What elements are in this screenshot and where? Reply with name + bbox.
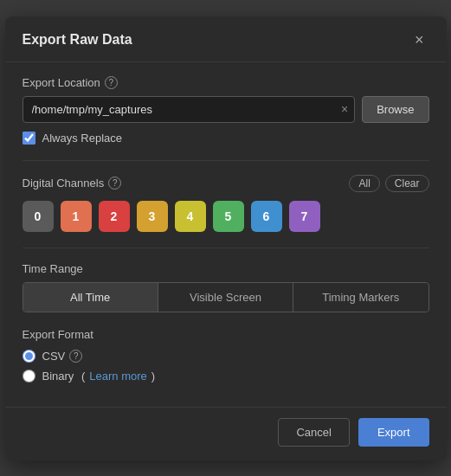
browse-button[interactable]: Browse (362, 96, 428, 123)
channel-btn-5[interactable]: 5 (213, 201, 244, 232)
time-tab-visible[interactable]: Visible Screen (158, 283, 293, 312)
dialog-footer: Cancel Export (5, 407, 447, 460)
learn-more-link[interactable]: Learn more (89, 370, 146, 383)
csv-radio[interactable] (23, 350, 35, 363)
divider-1 (23, 160, 429, 161)
location-row: × Browse (23, 96, 429, 123)
channels-header: Digital Channels ? All Clear (23, 175, 429, 192)
channel-btn-3[interactable]: 3 (137, 201, 168, 232)
channel-btn-2[interactable]: 2 (99, 201, 130, 232)
binary-label[interactable]: Binary ( Learn more ) (42, 370, 156, 383)
csv-radio-row: CSV ? (23, 350, 429, 363)
always-replace-checkbox[interactable] (23, 132, 35, 145)
always-replace-row: Always Replace (23, 132, 429, 145)
dialog-title: Export Raw Data (23, 32, 132, 48)
channel-btn-0[interactable]: 0 (23, 201, 54, 232)
divider-2 (23, 248, 429, 248)
dialog-header: Export Raw Data × (5, 16, 447, 62)
digital-channels-help-icon[interactable]: ? (108, 177, 121, 190)
channel-btn-1[interactable]: 1 (61, 201, 92, 232)
dialog-body: Export Location ? × Browse Always Replac… (5, 62, 447, 403)
channels-all-button[interactable]: All (349, 175, 379, 192)
export-location-help-icon[interactable]: ? (105, 76, 118, 89)
csv-label[interactable]: CSV ? (42, 350, 83, 363)
export-button[interactable]: Export (358, 418, 429, 447)
time-tab-all[interactable]: All Time (23, 283, 158, 312)
channel-btn-4[interactable]: 4 (175, 201, 206, 232)
csv-help-icon[interactable]: ? (69, 350, 82, 363)
location-clear-button[interactable]: × (341, 103, 348, 115)
channel-btn-7[interactable]: 7 (289, 201, 320, 232)
export-format-label: Export Format (23, 328, 429, 341)
close-button[interactable]: × (409, 30, 429, 49)
time-range-section: Time Range All TimeVisible ScreenTiming … (23, 262, 429, 312)
always-replace-label[interactable]: Always Replace (42, 132, 123, 145)
channels-actions: All Clear (349, 175, 428, 192)
channels-grid: 01234567 (23, 201, 429, 232)
channel-btn-6[interactable]: 6 (251, 201, 282, 232)
time-range-label: Time Range (23, 262, 429, 275)
location-input-wrap: × (23, 96, 356, 123)
binary-radio[interactable] (23, 370, 35, 383)
export-format-section: Export Format CSV ? Binary ( Learn more … (23, 328, 429, 383)
time-tabs: All TimeVisible ScreenTiming Markers (23, 282, 429, 312)
channels-clear-button[interactable]: Clear (385, 175, 429, 192)
export-raw-data-dialog: Export Raw Data × Export Location ? × Br… (5, 16, 447, 460)
binary-radio-row: Binary ( Learn more ) (23, 370, 429, 383)
cancel-button[interactable]: Cancel (278, 418, 349, 447)
digital-channels-label: Digital Channels ? (23, 177, 122, 190)
time-tab-timing[interactable]: Timing Markers (293, 283, 428, 312)
export-location-label: Export Location ? (23, 76, 429, 89)
location-input[interactable] (23, 96, 356, 123)
